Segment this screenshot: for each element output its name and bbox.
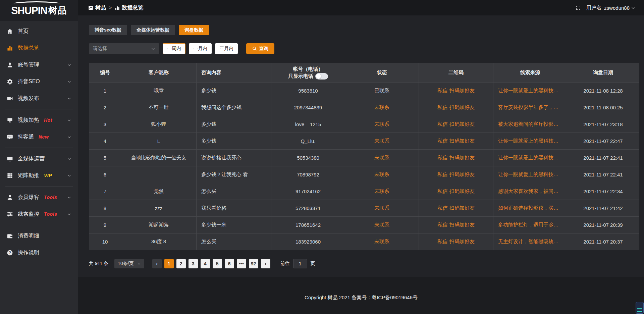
private-message-link[interactable]: 私信 [437, 171, 447, 177]
tab-询盘数据[interactable]: 询盘数据 [179, 25, 209, 35]
page-button-2[interactable]: 2 [176, 259, 186, 268]
sidebar-item-线索监控[interactable]: 线索监控Tools [0, 206, 78, 222]
tab-全媒体运营数据[interactable]: 全媒体运营数据 [131, 25, 175, 35]
cell-content: 说说价格让我死心 [197, 150, 271, 166]
gear-icon [7, 78, 13, 85]
cell-qrcode: 私信扫码加好友 [419, 83, 493, 99]
user-menu[interactable]: 用户名: zswodun88 [586, 5, 635, 11]
scan-add-friend-link[interactable]: 扫码加好友 [449, 205, 475, 211]
cell-source[interactable]: 让你一眼就爱上的黑科技，能... [493, 83, 567, 99]
private-message-link[interactable]: 私信 [437, 239, 447, 244]
cell-id: 9 [89, 217, 121, 233]
private-message-link[interactable]: 私信 [437, 88, 447, 93]
cell-status: 未联系 [345, 183, 419, 200]
cell-qrcode: 私信扫码加好友 [419, 217, 493, 233]
private-message-link[interactable]: 私信 [437, 205, 447, 211]
table-row: 9湖起湖落多少钱一米178651642未联系私信扫码加好友多功能护栏灯，适用于乡… [89, 217, 639, 233]
sidebar-item-首页[interactable]: 首页 [0, 23, 78, 40]
search-button[interactable]: 查询 [246, 43, 274, 54]
next-page-button[interactable]: › [261, 259, 270, 268]
page-button-4[interactable]: 4 [201, 259, 210, 268]
account-select[interactable]: 请选择 [89, 43, 159, 54]
sidebar-item-badge: VIP [44, 173, 52, 178]
sidebar-item-抖客通[interactable]: 抖客通New [0, 128, 78, 145]
cell-id: 8 [89, 200, 121, 217]
scan-add-friend-link[interactable]: 扫码加好友 [449, 104, 475, 110]
private-message-link[interactable]: 私信 [437, 188, 447, 194]
cell-source[interactable]: 让你一眼就爱上的黑科技，能... [493, 150, 567, 166]
sidebar-item-操作说明[interactable]: ?操作说明 [0, 244, 78, 261]
sidebar-nav: 首页数据总览账号管理抖音SEO视频发布视频加热Hot抖客通New全媒体运营矩阵助… [0, 21, 78, 261]
private-message-link[interactable]: 私信 [437, 121, 447, 127]
sidebar-item-视频发布[interactable]: 视频发布 [0, 90, 78, 107]
page-button-1[interactable]: 1 [164, 259, 174, 268]
scan-add-friend-link[interactable]: 扫码加好友 [449, 171, 475, 177]
fullscreen-icon[interactable] [576, 5, 581, 10]
page-number-buttons: 123456•••92 [162, 259, 258, 268]
cell-source[interactable]: 被大家追着问的客厅投影分享... [493, 116, 567, 133]
scan-add-friend-link[interactable]: 扫码加好友 [449, 155, 475, 160]
sidebar-item-消费明细[interactable]: 消费明细 [0, 227, 78, 244]
sidebar-divider [5, 186, 73, 187]
cell-content: 我想问这个多少钱 [197, 99, 271, 116]
chevron-down-icon [67, 80, 71, 84]
support-widget[interactable] [636, 302, 644, 314]
range-button-一月内[interactable]: 一月内 [189, 43, 212, 54]
tab-抖音seo数据[interactable]: 抖音seo数据 [89, 25, 127, 35]
page-size-select[interactable]: 10条/页 [114, 259, 144, 268]
sidebar-item-全媒体运营[interactable]: 全媒体运营 [0, 150, 78, 167]
scan-add-friend-link[interactable]: 扫码加好友 [449, 239, 475, 244]
chevron-down-icon [67, 96, 71, 101]
cell-source[interactable]: 多功能护栏灯，适用于乡村文... [493, 217, 567, 233]
range-button-一周内[interactable]: 一周内 [163, 43, 185, 54]
cell-date: 2021-11-07 20:39 [567, 217, 639, 233]
scan-add-friend-link[interactable]: 扫码加好友 [449, 188, 475, 194]
page-button-6[interactable]: 6 [225, 259, 234, 268]
scan-add-friend-link[interactable]: 扫码加好友 [449, 222, 475, 227]
cell-source[interactable]: 感谢大家喜欢我家，被问了好... [493, 183, 567, 200]
svg-text:?: ? [9, 251, 11, 255]
cell-source[interactable]: 让你一眼就爱上的黑科技，能... [493, 133, 567, 150]
sidebar-item-账号管理[interactable]: 账号管理 [0, 56, 78, 73]
cell-source[interactable]: 让你一眼就爱上的黑科技，能... [493, 166, 567, 183]
scan-add-friend-link[interactable]: 扫码加好友 [449, 121, 475, 127]
page-button-3[interactable]: 3 [189, 259, 198, 268]
private-message-link[interactable]: 私信 [437, 138, 447, 144]
question-icon: ? [7, 250, 13, 256]
cell-account: 2097344839 [271, 99, 345, 116]
page-button-5[interactable]: 5 [213, 259, 222, 268]
scan-add-friend-link[interactable]: 扫码加好友 [449, 88, 475, 93]
breadcrumb-separator: > [109, 5, 112, 10]
cell-status: 未联系 [345, 233, 419, 250]
page-button-92[interactable]: 92 [249, 259, 258, 268]
video-icon [7, 95, 13, 102]
cell-nickname: 哦章 [121, 83, 197, 99]
private-message-link[interactable]: 私信 [437, 155, 447, 160]
cell-source[interactable]: 如何正确选择投影仪，买投影... [493, 200, 567, 217]
cell-source[interactable]: 客厅安装投影半年多了，真实... [493, 99, 567, 116]
cell-date: 2021-11-07 22:41 [567, 166, 639, 183]
breadcrumb-item-current[interactable]: 数据总览 [115, 4, 143, 11]
page-ellipsis-button[interactable]: ••• [237, 259, 246, 268]
cell-content: 我只看价格 [197, 200, 271, 217]
cell-id: 10 [89, 233, 121, 250]
phone-only-toggle[interactable] [315, 73, 328, 80]
private-message-link[interactable]: 私信 [437, 104, 447, 110]
prev-page-button[interactable]: ‹ [152, 259, 162, 268]
logo[interactable]: SHUPIN 树品 [0, 0, 78, 21]
goto-page-input[interactable] [293, 259, 307, 268]
cell-nickname: 36度 8 [121, 233, 197, 250]
sidebar-item-数据总览[interactable]: 数据总览 [0, 40, 78, 56]
cell-source[interactable]: 无主灯设计，智能磁吸轨道灯... [493, 233, 567, 250]
cell-id: 4 [89, 133, 121, 150]
sidebar-item-会员爆客[interactable]: 会员爆客Tools [0, 189, 78, 206]
range-button-三月内[interactable]: 三月内 [215, 43, 238, 54]
breadcrumb-item-root[interactable]: 树品 [88, 4, 106, 11]
search-icon [252, 46, 257, 51]
scan-add-friend-link[interactable]: 扫码加好友 [449, 138, 475, 144]
sidebar-item-抖音SEO[interactable]: 抖音SEO [0, 73, 78, 90]
bar-chart-icon [115, 5, 120, 10]
sidebar-item-视频加热[interactable]: 视频加热Hot [0, 112, 78, 128]
private-message-link[interactable]: 私信 [437, 222, 447, 227]
sidebar-item-矩阵助推[interactable]: 矩阵助推VIP [0, 167, 78, 184]
